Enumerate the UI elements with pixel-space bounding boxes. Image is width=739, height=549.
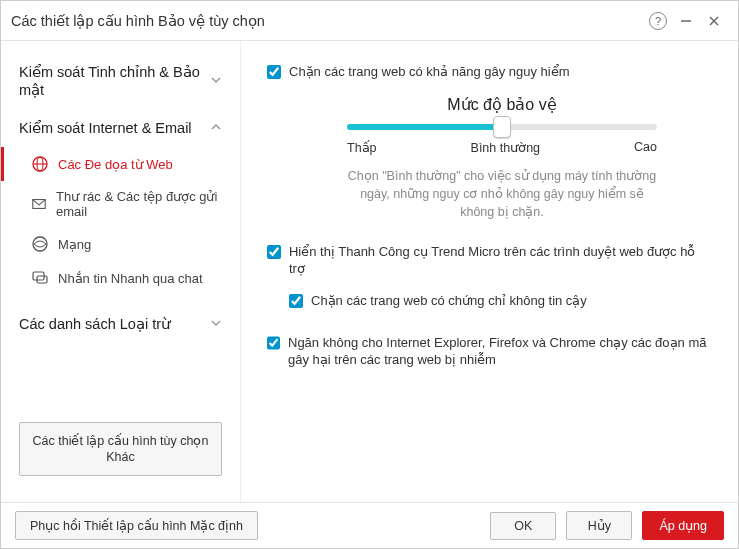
spacer xyxy=(267,324,712,334)
block-dangerous-checkbox[interactable]: Chặn các trang web có khả năng gây nguy … xyxy=(267,63,712,81)
show-toolbar-label: Hiển thị Thanh Công cụ Trend Micro trên … xyxy=(289,243,712,278)
cancel-button[interactable]: Hủy xyxy=(566,511,632,540)
sidebar-item-label: Mạng xyxy=(58,237,91,252)
block-cert-input[interactable] xyxy=(289,294,303,308)
protection-slider-knob[interactable] xyxy=(493,116,511,138)
sidebar-item-web-threats[interactable]: Các Đe dọa từ Web xyxy=(1,147,240,181)
other-settings-button[interactable]: Các thiết lập cấu hình tùy chọn Khác xyxy=(19,422,222,477)
minimize-button[interactable] xyxy=(672,7,700,35)
restore-defaults-button[interactable]: Phục hồi Thiết lập cấu hình Mặc định xyxy=(15,511,258,540)
nav-head-security[interactable]: Kiểm soát Tinh chỉnh & Bảo mật xyxy=(1,53,240,109)
window-title: Các thiết lập cấu hình Bảo vệ tùy chọn xyxy=(11,13,644,29)
sidebar: Kiểm soát Tinh chỉnh & Bảo mật Kiểm soát… xyxy=(1,41,241,502)
minimize-icon xyxy=(679,14,693,28)
sidebar-item-label: Thư rác & Các tệp được gửi email xyxy=(56,189,230,219)
nav-group-exclusion: Các danh sách Loại trừ xyxy=(1,295,240,343)
nav-head-label: Kiểm soát Tinh chỉnh & Bảo mật xyxy=(19,63,210,99)
tick-high: Cao xyxy=(634,140,657,155)
block-scripts-input[interactable] xyxy=(267,336,280,350)
titlebar: Các thiết lập cấu hình Bảo vệ tùy chọn ? xyxy=(1,1,738,41)
close-button[interactable] xyxy=(700,7,728,35)
footer: Phục hồi Thiết lập cấu hình Mặc định OK … xyxy=(1,502,738,548)
help-icon: ? xyxy=(649,12,667,30)
protection-level-block: Mức độ bảo vệ Thấp Bình thường Cao Chọn … xyxy=(347,95,657,221)
protection-slider-track[interactable] xyxy=(347,124,657,130)
nav-head-exclusion[interactable]: Các danh sách Loại trừ xyxy=(1,305,240,343)
chevron-down-icon xyxy=(210,72,222,90)
close-icon xyxy=(707,14,721,28)
nav-group-internet: Kiểm soát Internet & Email Các Đe dọa từ… xyxy=(1,109,240,295)
globe-icon xyxy=(31,155,49,173)
nav-group-security: Kiểm soát Tinh chỉnh & Bảo mật xyxy=(1,53,240,109)
block-scripts-label: Ngăn không cho Internet Explorer, Firefo… xyxy=(288,334,712,369)
settings-window: Các thiết lập cấu hình Bảo vệ tùy chọn ?… xyxy=(0,0,739,549)
network-icon xyxy=(31,235,49,253)
nav-head-label: Các danh sách Loại trừ xyxy=(19,315,210,333)
protection-level-title: Mức độ bảo vệ xyxy=(347,95,657,114)
block-scripts-checkbox[interactable]: Ngăn không cho Internet Explorer, Firefo… xyxy=(267,334,712,369)
content-pane: Chặn các trang web có khả năng gây nguy … xyxy=(241,41,738,502)
help-button[interactable]: ? xyxy=(644,7,672,35)
sidebar-item-spam[interactable]: Thư rác & Các tệp được gửi email xyxy=(1,181,240,227)
svg-point-7 xyxy=(33,237,47,251)
block-cert-label: Chặn các trang web có chứng chỉ không ti… xyxy=(311,292,587,310)
tick-low: Thấp xyxy=(347,140,377,155)
nav-head-internet[interactable]: Kiểm soát Internet & Email xyxy=(1,109,240,147)
body: Kiểm soát Tinh chỉnh & Bảo mật Kiểm soát… xyxy=(1,41,738,502)
block-dangerous-input[interactable] xyxy=(267,65,281,79)
sidebar-item-network[interactable]: Mạng xyxy=(1,227,240,261)
protection-slider-fill xyxy=(347,124,502,130)
mail-icon xyxy=(31,195,47,213)
protection-ticks: Thấp Bình thường Cao xyxy=(347,140,657,155)
protection-hint: Chọn "Bình thường" cho việc sử dụng máy … xyxy=(347,167,657,221)
sidebar-item-label: Nhắn tin Nhanh qua chat xyxy=(58,271,203,286)
sidebar-bottom: Các thiết lập cấu hình tùy chọn Khác xyxy=(1,408,240,491)
show-toolbar-checkbox[interactable]: Hiển thị Thanh Công cụ Trend Micro trên … xyxy=(267,243,712,278)
chat-icon xyxy=(31,269,49,287)
block-dangerous-label: Chặn các trang web có khả năng gây nguy … xyxy=(289,63,570,81)
show-toolbar-input[interactable] xyxy=(267,245,281,259)
nav-head-label: Kiểm soát Internet & Email xyxy=(19,119,210,137)
tick-mid: Bình thường xyxy=(471,140,541,155)
chevron-up-icon xyxy=(210,119,222,137)
ok-button[interactable]: OK xyxy=(490,512,556,540)
apply-button[interactable]: Áp dụng xyxy=(642,511,724,540)
block-cert-checkbox[interactable]: Chặn các trang web có chứng chỉ không ti… xyxy=(289,292,712,310)
sidebar-item-label: Các Đe dọa từ Web xyxy=(58,157,173,172)
chevron-down-icon xyxy=(210,315,222,333)
sidebar-item-im[interactable]: Nhắn tin Nhanh qua chat xyxy=(1,261,240,295)
